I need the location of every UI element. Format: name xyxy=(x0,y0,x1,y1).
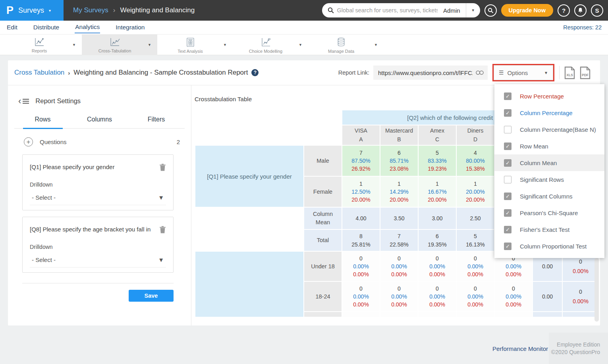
chevron-down-icon[interactable]: ▼ xyxy=(148,43,157,47)
crosstab-data-cell: 116.67%20.00% xyxy=(419,177,456,207)
chevron-down-icon[interactable]: ▼ xyxy=(374,43,384,47)
export-xls-button[interactable]: XLS xyxy=(564,66,575,79)
chevron-down-icon: ▾ xyxy=(49,8,51,13)
crosstab-data-cell: 00.00%0.00% xyxy=(419,282,456,311)
collapse-panel-icon[interactable]: ‹ xyxy=(18,98,29,104)
nav-tab-integration[interactable]: Integration xyxy=(115,22,145,33)
line-chart-icon xyxy=(34,38,44,48)
survey-nav: Edit Distribute Analytics Integration Re… xyxy=(0,21,608,35)
vertical-scrollbar[interactable] xyxy=(594,258,599,322)
report-url-input[interactable] xyxy=(378,69,473,76)
unchecked-checkbox-icon[interactable] xyxy=(504,176,511,183)
crosstab-summary-cell: 2.50 xyxy=(457,208,494,229)
options-menu-item[interactable]: ✓Column Mean xyxy=(494,154,604,171)
topbar: P Surveys ▾ My Surveys › Weighting and B… xyxy=(0,0,608,21)
options-menu-item-label: Column Proportional Test xyxy=(520,243,587,250)
breadcrumb-my-surveys[interactable]: My Surveys xyxy=(73,6,108,14)
chevron-down-icon[interactable]: ▼ xyxy=(466,8,480,12)
options-menu-item[interactable]: ✓Column Proportional Test xyxy=(494,238,604,254)
nav-tab-distribute[interactable]: Distribute xyxy=(33,22,60,33)
cross-tabulation-breadcrumb-link[interactable]: Cross Tabulation xyxy=(14,69,64,77)
link-icon[interactable] xyxy=(476,70,484,75)
drilldown-select[interactable]: - Select - ▼ xyxy=(30,194,166,205)
nav-tab-analytics[interactable]: Analytics xyxy=(75,21,100,33)
questions-header-row: + Questions 2 xyxy=(8,129,191,150)
questions-label: Questions xyxy=(40,139,67,145)
drilldown-label: Drilldown xyxy=(30,181,166,188)
options-menu-item[interactable]: ✓Significant Columns xyxy=(494,188,604,204)
crosstab-row-label: Male xyxy=(304,146,342,176)
checked-checkbox-icon[interactable]: ✓ xyxy=(504,209,511,217)
surveys-product-menu[interactable]: P Surveys ▾ xyxy=(0,0,64,21)
drilldown-select-value: - Select - xyxy=(32,256,56,263)
delete-question-button[interactable] xyxy=(159,164,166,171)
options-menu-item[interactable]: Column Percentage(Base N) xyxy=(494,121,604,138)
tab-rows[interactable]: Rows xyxy=(14,112,71,128)
checked-checkbox-icon[interactable]: ✓ xyxy=(504,143,511,150)
crosstab-rowmean-cell: 0.00 xyxy=(533,282,562,311)
checked-checkbox-icon[interactable]: ✓ xyxy=(504,159,511,167)
unchecked-checkbox-icon[interactable] xyxy=(504,126,511,133)
toolbar-tool-manage-data[interactable]: Manage Data ▼ xyxy=(308,35,384,55)
chevron-down-icon: ▼ xyxy=(158,194,164,201)
checked-checkbox-icon[interactable]: ✓ xyxy=(504,226,511,233)
chevron-down-icon[interactable]: ▼ xyxy=(223,43,233,47)
options-button[interactable]: ☰ Options ▼ xyxy=(494,65,553,80)
chevron-down-icon[interactable]: ▼ xyxy=(299,43,308,47)
options-menu-item[interactable]: ✓Column Percentage xyxy=(494,104,604,121)
options-menu-item[interactable]: ✓Row Mean xyxy=(494,138,604,154)
drilldown-select-value: - Select - xyxy=(32,194,56,201)
options-menu-item[interactable]: Significant Rows xyxy=(494,171,604,188)
avatar[interactable]: S xyxy=(591,4,603,17)
checked-checkbox-icon[interactable]: ✓ xyxy=(504,92,511,100)
topbar-actions: Admin ▼ Upgrade Now ? S xyxy=(322,3,608,17)
add-question-button[interactable]: + xyxy=(24,137,33,146)
help-button[interactable]: ? xyxy=(558,4,570,17)
global-search-input[interactable] xyxy=(337,7,438,13)
crosstab-summary-cell: 825.81% xyxy=(342,230,380,251)
crosstab-summary-label: ColumnMean xyxy=(304,208,342,229)
upgrade-now-button[interactable]: Upgrade Now xyxy=(501,4,553,17)
options-menu-item[interactable]: ✓Fisher's Exact Test xyxy=(494,221,604,238)
crosstab-rowmean-cell-partial xyxy=(533,312,562,317)
checked-checkbox-icon[interactable]: ✓ xyxy=(504,109,511,117)
crosstab-data-cell: 685.71%23.08% xyxy=(380,146,418,176)
crosstab-data-cell: 00.00%0.00% xyxy=(457,282,494,311)
options-menu-item-label: Row Percentage xyxy=(520,93,564,100)
global-search: Admin ▼ xyxy=(322,3,480,17)
chevron-down-icon[interactable]: ▼ xyxy=(72,43,82,47)
options-menu-item[interactable]: ✓Row Percentage xyxy=(494,88,604,104)
tab-filters[interactable]: Filters xyxy=(128,112,185,128)
delete-question-button[interactable] xyxy=(159,226,166,233)
toolbar-tool-cross-tabulation[interactable]: Cross-Tabulation ▼ xyxy=(82,35,157,55)
help-icon[interactable]: ? xyxy=(251,69,259,76)
nav-tab-edit[interactable]: Edit xyxy=(6,22,18,33)
toolbar-tool-text-analysis[interactable]: Text Analysis ▼ xyxy=(157,35,233,55)
crosstab-data-cell: 00.00%0.00% xyxy=(342,252,380,281)
checked-checkbox-icon[interactable]: ✓ xyxy=(504,193,511,200)
save-button[interactable]: Save xyxy=(129,290,174,302)
toolbar-tool-choice-modelling[interactable]: Choice Modelling ▼ xyxy=(233,35,308,55)
drilldown-select[interactable]: - Select - ▼ xyxy=(30,256,166,268)
checked-checkbox-icon[interactable]: ✓ xyxy=(504,243,511,250)
search-icon xyxy=(328,7,334,13)
options-menu-item-label: Column Mean xyxy=(520,160,557,166)
toolbar-tool-reports[interactable]: Reports ▼ xyxy=(6,35,82,55)
search-submit-button[interactable] xyxy=(484,4,497,17)
chevron-down-icon: ▼ xyxy=(158,256,164,263)
line-chart-icon xyxy=(110,38,120,48)
crosstab-row-label-partial xyxy=(304,312,342,317)
export-pdf-button[interactable]: PDF xyxy=(580,66,591,79)
search-scope-select[interactable]: Admin xyxy=(438,7,466,14)
performance-monitor-link[interactable]: Performance Monitor xyxy=(492,345,548,352)
tool-label: Reports xyxy=(32,48,47,53)
responses-count: Responses: 22 xyxy=(563,24,602,31)
question-text: [Q8] Please specify the age bracket you … xyxy=(30,226,151,233)
panel-header: ‹ Report Settings xyxy=(8,85,191,110)
tab-columns[interactable]: Columns xyxy=(71,112,128,128)
crosstab-data-cell-partial xyxy=(419,312,456,317)
options-menu-item[interactable]: ✓Pearson's Chi-Square xyxy=(494,204,604,221)
notifications-button[interactable] xyxy=(574,4,587,17)
crosstab-summary-cell: 619.35% xyxy=(419,230,456,251)
crosstab-row-label: Female xyxy=(304,177,342,207)
